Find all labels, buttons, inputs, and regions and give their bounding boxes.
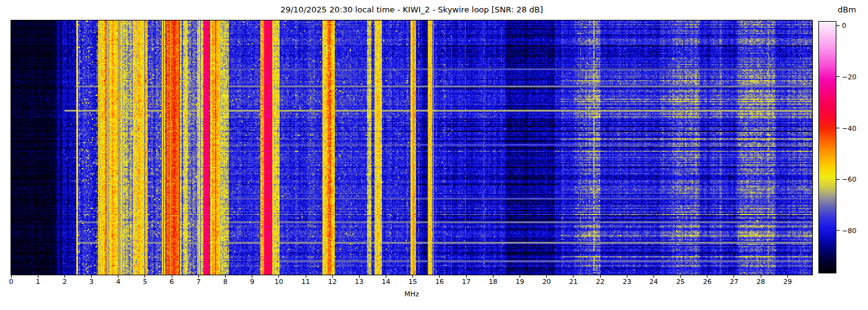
x-tick-label: 16 xyxy=(435,278,444,286)
x-tick-label: 27 xyxy=(730,278,738,286)
chart-title: 29/10/2025 20:30 local time - KIWI_2 - S… xyxy=(11,4,812,16)
colorbar-tick xyxy=(836,128,839,128)
spectrogram-figure: 29/10/2025 20:30 local time - KIWI_2 - S… xyxy=(0,0,868,310)
x-tick-label: 24 xyxy=(649,278,658,286)
colorbar-tick xyxy=(836,179,839,180)
x-tick-label: 10 xyxy=(275,278,283,286)
x-tick-label: 7 xyxy=(197,278,201,286)
colorbar-tick xyxy=(836,230,839,231)
colorbar-tick-label: −80 xyxy=(842,226,856,234)
colorbar-tick-label: −20 xyxy=(842,73,856,81)
x-tick-label: 6 xyxy=(170,278,174,286)
x-tick-label: 15 xyxy=(409,278,417,286)
x-tick-label: 22 xyxy=(596,278,604,286)
x-tick-label: 21 xyxy=(569,278,578,286)
colorbar-canvas xyxy=(819,22,836,273)
x-axis-title: MHz xyxy=(11,290,812,298)
x-tick-label: 17 xyxy=(462,278,471,286)
x-tick-label: 11 xyxy=(301,278,310,286)
x-tick-label: 20 xyxy=(542,278,551,286)
x-tick-label: 18 xyxy=(489,278,497,286)
x-tick-label: 9 xyxy=(250,278,254,286)
colorbar-tick-label: 0 xyxy=(842,22,846,30)
x-tick-label: 4 xyxy=(116,278,120,286)
x-tick-label: 26 xyxy=(703,278,712,286)
x-tick-label: 29 xyxy=(783,278,792,286)
x-tick-label: 5 xyxy=(143,278,147,286)
colorbar-tick-label: −60 xyxy=(842,175,856,184)
x-tick-label: 8 xyxy=(223,278,228,286)
x-tick-label: 0 xyxy=(9,278,14,286)
colorbar-tick xyxy=(836,76,839,77)
waterfall-canvas xyxy=(11,20,812,275)
x-tick-label: 25 xyxy=(676,278,685,286)
x-tick-label: 12 xyxy=(328,278,337,286)
x-tick-label: 2 xyxy=(63,278,67,286)
x-tick-label: 28 xyxy=(756,278,765,286)
colorbar-title: dBm xyxy=(838,5,856,14)
x-tick-label: 14 xyxy=(382,278,391,286)
x-tick-label: 19 xyxy=(515,278,524,286)
colorbar-tick-label: −40 xyxy=(842,124,856,132)
x-tick-label: 3 xyxy=(89,278,94,286)
colorbar xyxy=(818,21,836,273)
colorbar-tick xyxy=(836,25,839,26)
x-tick-label: 1 xyxy=(36,278,40,286)
plot-area xyxy=(11,20,813,275)
x-tick-label: 23 xyxy=(622,278,631,286)
x-tick-label: 13 xyxy=(355,278,363,286)
